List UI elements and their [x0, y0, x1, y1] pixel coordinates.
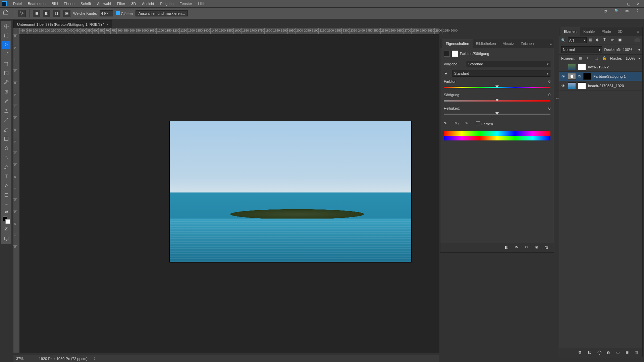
lasso-tool-indicator[interactable] — [18, 10, 26, 17]
eyedropper-icon[interactable]: ✎ — [444, 121, 449, 126]
menu-datei[interactable]: Datei — [10, 0, 25, 7]
hue-value[interactable]: 0 — [538, 79, 550, 83]
saturation-value[interactable]: 0 — [538, 93, 550, 97]
saturation-slider[interactable] — [444, 98, 550, 104]
magic-wand-tool[interactable] — [2, 50, 10, 58]
lock-artboard-icon[interactable]: ⬚ — [594, 56, 599, 61]
eyedropper-tool[interactable] — [2, 78, 10, 86]
link-mask-icon[interactable]: ⧉ — [578, 74, 581, 79]
channel-dropdown[interactable]: Standard — [452, 70, 550, 77]
tab-eigenschaften[interactable]: Eigenschaften — [442, 39, 473, 48]
quickmask-button[interactable] — [2, 225, 10, 233]
lock-position-icon[interactable]: ✜ — [586, 56, 591, 61]
workspace-icon[interactable]: ▭ — [625, 9, 631, 15]
fill-dropdown-icon[interactable]: ▾ — [638, 56, 640, 61]
tab-absatz[interactable]: Absatz — [499, 39, 518, 48]
menu-ebene[interactable]: Ebene — [61, 0, 77, 7]
cloud-docs-icon[interactable]: ◔ — [604, 9, 610, 15]
ruler-horizontal[interactable]: -500501001502002503003504004505005506006… — [19, 28, 439, 34]
menu-bearbeiten[interactable]: Bearbeiten — [25, 0, 49, 7]
view-previous-icon[interactable]: 👁 — [515, 245, 520, 250]
document-info[interactable]: 1920 Px x 1080 Px (72 ppcm) — [39, 357, 88, 361]
tab-zeichen[interactable]: Zeichen — [517, 39, 537, 48]
layer-row[interactable]: river-219972 — [559, 62, 642, 72]
add-mask-icon[interactable]: ◯ — [597, 350, 602, 355]
preset-dropdown[interactable]: Standard — [467, 61, 550, 67]
status-menu-icon[interactable]: 〉 — [94, 356, 97, 361]
blend-mode-dropdown[interactable]: Normal — [561, 46, 602, 53]
selection-new-button[interactable]: ◼ — [33, 10, 40, 17]
delete-adjustment-icon[interactable]: 🗑 — [545, 245, 550, 250]
delete-layer-icon[interactable]: 🗑 — [635, 350, 640, 355]
dodge-tool[interactable] — [2, 154, 10, 162]
layer-mask-thumbnail[interactable] — [578, 64, 586, 70]
layer-thumbnail[interactable] — [568, 64, 576, 70]
more-tools[interactable]: ⋯ — [2, 200, 10, 208]
lock-pixels-icon[interactable]: ▦ — [579, 56, 583, 61]
tab-pfade[interactable]: Pfade — [598, 27, 614, 36]
pen-tool[interactable] — [2, 163, 10, 171]
ruler-vertical[interactable]: 0505050505050505050 — [13, 34, 19, 353]
lasso-tool[interactable] — [2, 41, 10, 49]
swap-colors-icon[interactable]: ⇄ — [2, 210, 10, 214]
menu-plugins[interactable]: Plug-ins — [157, 0, 176, 7]
layer-style-icon[interactable]: fx — [588, 350, 593, 355]
select-and-mask-button[interactable]: Auswählen und maskieren... — [136, 10, 188, 16]
color-swatches[interactable] — [3, 217, 10, 224]
document-canvas[interactable] — [170, 121, 411, 262]
selection-intersect-button[interactable]: ▣ — [63, 10, 70, 17]
shape-tool[interactable] — [2, 191, 10, 199]
layer-thumbnail[interactable] — [568, 82, 576, 89]
filter-pixel-icon[interactable]: ▦ — [589, 38, 594, 43]
new-layer-icon[interactable]: ⊞ — [626, 350, 630, 355]
menu-3d[interactable]: 3D — [128, 0, 139, 7]
hue-slider[interactable] — [444, 85, 550, 90]
blur-tool[interactable] — [2, 144, 10, 152]
filter-kind-dropdown[interactable]: Art — [568, 37, 587, 43]
screenmode-button[interactable] — [2, 235, 10, 243]
document-tab[interactable]: Unbenannt-1 bei 37% (Farbton/Sättigung 1… — [13, 20, 112, 28]
new-adjustment-icon[interactable]: ◐ — [607, 350, 611, 355]
filter-search-icon[interactable]: 🔍 — [561, 38, 566, 43]
filter-toggle[interactable] — [634, 38, 640, 42]
filter-shape-icon[interactable]: ▱ — [611, 38, 616, 43]
path-selection-tool[interactable] — [2, 182, 10, 190]
layer-mask-thumbnail[interactable] — [583, 73, 591, 80]
tab-kanaele[interactable]: Kanäle — [580, 27, 598, 36]
adjustment-mask-icon[interactable] — [452, 51, 458, 57]
gradient-tool[interactable] — [2, 135, 10, 143]
layer-mask-thumbnail[interactable] — [578, 82, 586, 89]
reset-icon[interactable]: ↺ — [525, 245, 530, 250]
layer-name[interactable]: beach-2179361_1920 — [588, 84, 641, 88]
antialias-checkbox[interactable]: Glätten — [116, 11, 132, 16]
lightness-slider[interactable] — [444, 112, 550, 117]
home-button[interactable] — [3, 9, 11, 18]
history-brush-tool[interactable] — [2, 116, 10, 124]
zoom-level[interactable]: 37% — [16, 357, 33, 361]
lightness-value[interactable]: 0 — [538, 106, 550, 110]
maximize-button[interactable]: ▢ — [624, 0, 633, 7]
opacity-value[interactable]: 100% — [623, 48, 636, 52]
targeted-adjustment-icon[interactable]: ☚ — [444, 71, 450, 76]
close-tab-icon[interactable]: × — [106, 22, 108, 26]
color-spectrum[interactable] — [444, 131, 550, 140]
tab-bibliotheken[interactable]: Bibliotheken — [473, 39, 499, 48]
eyedropper-add-icon[interactable]: ✎₊ — [454, 121, 460, 126]
tab-3d[interactable]: 3D — [614, 27, 626, 36]
new-group-icon[interactable]: ▭ — [616, 350, 621, 355]
selection-subtract-button[interactable]: ◨ — [53, 10, 60, 17]
visibility-toggle[interactable]: 👁 — [560, 84, 566, 88]
clone-stamp-tool[interactable] — [2, 107, 10, 115]
frame-tool[interactable] — [2, 69, 10, 77]
menu-ansicht[interactable]: Ansicht — [139, 0, 157, 7]
minimize-button[interactable]: ─ — [614, 0, 624, 7]
panel-menu-icon[interactable]: ≡ — [637, 29, 641, 34]
layer-name[interactable]: river-219972 — [588, 65, 641, 69]
menu-filter[interactable]: Filter — [114, 0, 128, 7]
panel-menu-icon[interactable]: ≡ — [550, 42, 552, 46]
ruler-origin[interactable] — [13, 28, 19, 34]
fill-value[interactable]: 100% — [626, 56, 635, 60]
brush-tool[interactable] — [2, 97, 10, 105]
menu-fenster[interactable]: Fenster — [176, 0, 195, 7]
eraser-tool[interactable] — [2, 125, 10, 133]
